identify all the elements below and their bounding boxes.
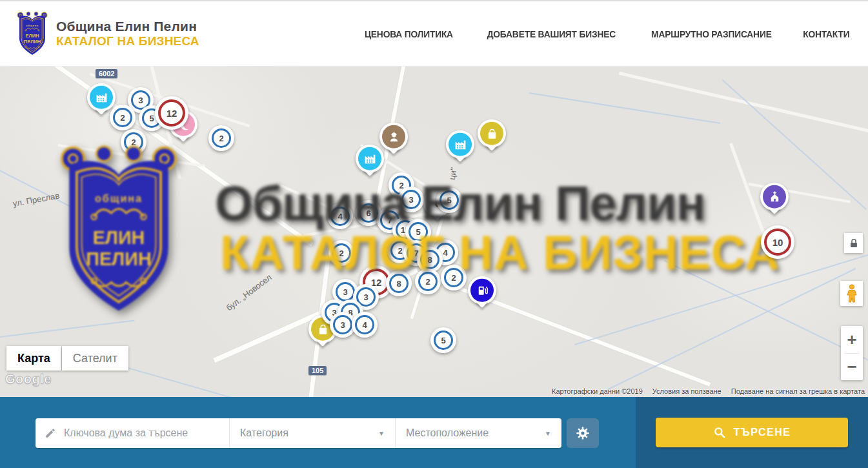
cluster-count: 4 — [355, 315, 374, 334]
factory-pin[interactable] — [446, 130, 474, 159]
cluster-marker[interactable]: 2 — [441, 265, 467, 290]
cluster-count: 3 — [333, 315, 352, 334]
search-button[interactable]: ТЪРСЕНЕ — [656, 418, 848, 447]
chevron-down-icon: ▼ — [545, 430, 551, 437]
cluster-count: 3 — [401, 190, 421, 209]
site-title: Община Елин Пелин — [56, 19, 199, 34]
terms-of-use-link[interactable]: Условия за ползване — [652, 387, 722, 395]
church-icon — [763, 185, 786, 209]
cluster-marker[interactable]: 4 — [327, 203, 353, 229]
cluster-marker[interactable]: 5 — [436, 187, 462, 213]
map-attribution: Картографски данни ©2019 Условия за полз… — [552, 387, 865, 395]
cluster-marker[interactable]: 2 — [328, 240, 354, 266]
cluster-count: 2 — [212, 128, 231, 148]
cluster-count: 12 — [158, 99, 185, 127]
factory-icon — [449, 133, 472, 156]
header: община ЕЛИН ПЕЛИН Община Елин Пелин КАТА… — [0, 0, 868, 66]
search-button-label: ТЪРСЕНЕ — [734, 427, 791, 438]
cluster-count: 8 — [389, 274, 409, 293]
cluster-count: 2 — [332, 243, 351, 263]
advanced-settings-button[interactable] — [567, 418, 599, 448]
bag-icon — [480, 122, 503, 145]
cluster-marker[interactable]: 3 — [398, 187, 424, 212]
nav-item-add-business[interactable]: ДОБАВЕТЕ ВАШИЯТ БИЗНЕС — [487, 28, 616, 39]
svg-text:ПЕЛИН: ПЕЛИН — [24, 39, 41, 45]
svg-text:ЕЛИН: ЕЛИН — [25, 33, 39, 39]
factory-icon — [358, 147, 381, 170]
search-bar-left: Категория ▼ Местоположение ▼ — [0, 397, 636, 468]
cluster-count: 4 — [330, 207, 350, 226]
location-select[interactable]: Местоположение ▼ — [395, 418, 561, 448]
cluster-count: 8 — [420, 250, 439, 269]
site-subtitle: КАТАЛОГ НА БИЗНЕСА — [56, 34, 199, 48]
keyword-search-input[interactable] — [63, 427, 221, 440]
cluster-marker[interactable]: 8 — [386, 270, 412, 296]
cluster-marker[interactable]: 2 — [121, 129, 146, 155]
factory-pin[interactable] — [356, 145, 384, 173]
category-select[interactable]: Категория ▼ — [229, 418, 395, 448]
factory-pin[interactable] — [87, 83, 116, 112]
location-select-value: Местоположение — [406, 427, 489, 439]
shopping-pin[interactable] — [478, 119, 506, 148]
report-map-error-link[interactable]: Подаване на сигнал за грешка в картата — [731, 387, 865, 395]
cluster-marker[interactable]: 10 — [761, 225, 794, 259]
nav-item-pricing[interactable]: ЦЕНОВА ПОЛИТИКА — [365, 28, 453, 39]
search-icon — [713, 426, 726, 439]
cluster-count: 6 — [359, 203, 378, 223]
construction-pin[interactable] — [379, 123, 408, 151]
svg-text:община: община — [26, 24, 38, 27]
map-type-map-button[interactable]: Карта — [6, 346, 61, 371]
fuel-pin[interactable] — [468, 276, 496, 305]
road-badge: 6002 — [96, 69, 117, 78]
cluster-count: 2 — [444, 268, 463, 287]
site-logo[interactable]: община ЕЛИН ПЕЛИН Община Елин Пелин КАТА… — [16, 10, 199, 57]
cluster-count: 5 — [409, 222, 428, 241]
pencil-icon — [45, 427, 56, 439]
zoom-out-button[interactable]: − — [841, 354, 863, 381]
gear-icon — [575, 425, 590, 441]
lock-icon — [848, 238, 860, 249]
markers-layer: 32512222354671352274812822333834510 — [0, 66, 868, 397]
street-view-pegman-button[interactable] — [840, 281, 863, 306]
zoom-in-button[interactable]: + — [841, 326, 863, 353]
cluster-count: 5 — [434, 331, 453, 350]
cluster-marker[interactable]: 2 — [208, 125, 234, 151]
cluster-count: 5 — [439, 190, 459, 210]
cluster-marker[interactable]: 2 — [110, 105, 136, 130]
cluster-marker[interactable]: 2 — [415, 269, 441, 294]
municipality-crest-icon: община ЕЛИН ПЕЛИН — [16, 10, 48, 57]
cluster-marker[interactable]: 12 — [155, 96, 188, 130]
fuel-icon — [470, 279, 494, 302]
zoom-control: + − — [841, 326, 863, 380]
road-badge: 105 — [308, 366, 327, 375]
map-type-satellite-button[interactable]: Сателит — [62, 346, 128, 371]
cluster-count: 2 — [418, 272, 438, 291]
cluster-marker[interactable]: 4 — [352, 312, 378, 338]
keyword-field[interactable] — [35, 418, 229, 448]
worker-icon — [382, 125, 405, 148]
nav-item-route-schedule[interactable]: МАРШРУТНО РАЗПИСАНИЕ — [651, 28, 772, 39]
factory-icon — [90, 86, 113, 109]
search-bar: Категория ▼ Местоположение ▼ — [0, 397, 868, 468]
map-type-control: Карта Сателит — [6, 346, 128, 371]
church-pin[interactable] — [760, 183, 789, 211]
google-logo[interactable]: Google — [5, 372, 52, 387]
lock-button[interactable] — [844, 233, 863, 253]
category-select-value: Категория — [240, 427, 288, 439]
cluster-count: 10 — [764, 229, 791, 256]
cluster-count: 2 — [124, 132, 143, 152]
cluster-count: 2 — [113, 108, 132, 127]
pegman-icon — [845, 284, 859, 303]
main-nav: ЦЕНОВА ПОЛИТИКА ДОБАВЕТЕ ВАШИЯТ БИЗНЕС М… — [361, 28, 852, 39]
map-data-copyright: Картографски данни ©2019 — [552, 387, 643, 395]
chevron-down-icon: ▼ — [378, 430, 385, 437]
search-bar-right: ТЪРСЕНЕ — [636, 397, 868, 468]
cluster-marker[interactable]: 5 — [430, 327, 456, 353]
search-input-group: Категория ▼ Местоположение ▼ — [35, 418, 561, 448]
nav-item-contacts[interactable]: КОНТАКТИ — [803, 28, 850, 39]
google-map[interactable]: 6002105 ул. Преславбул. „Новоселци" 3251… — [0, 66, 868, 397]
cluster-count: 3 — [336, 282, 355, 301]
